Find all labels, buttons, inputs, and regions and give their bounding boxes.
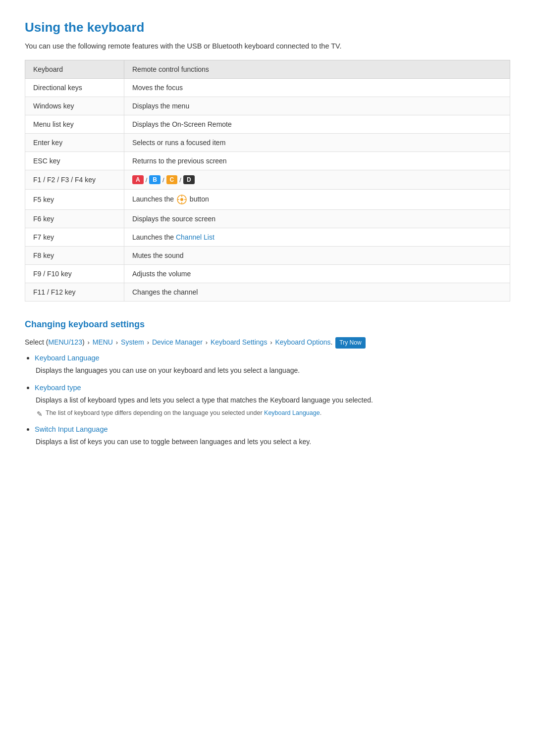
svg-point-1 [180,198,183,201]
table-cell-function: Displays the source screen [124,210,510,228]
table-cell-function: Displays the On-Screen Remote [124,115,510,134]
table-cell-key: Menu list key [25,115,124,134]
bullet-item: Keyboard LanguageDisplays the languages … [35,353,510,376]
path-select-prefix: Select ( [25,338,48,346]
note-link[interactable]: Keyboard Language [264,409,320,416]
table-cell-function: Selects or runs a focused item [124,134,510,152]
table-cell-key: Directional keys [25,79,124,97]
path-close-paren: ) [82,338,87,346]
badge-a: A [132,175,144,184]
badge-c: C [166,175,178,184]
table-row: F11 / F12 keyChanges the channel [25,283,510,302]
bullet-desc: Displays a list of keyboard types and le… [36,395,510,405]
menu-ref-link[interactable]: MENU/123 [48,338,82,346]
table-cell-key: F9 / F10 key [25,265,124,283]
bullets-list: Keyboard LanguageDisplays the languages … [35,353,510,447]
intro-text: You can use the following remote feature… [25,42,510,50]
bullet-item: Keyboard typeDisplays a list of keyboard… [35,383,510,418]
channel-list-link[interactable]: Channel List [176,233,214,241]
table-cell-key: F8 key [25,247,124,265]
smart-hub-icon [177,195,187,204]
table-cell-key: ESC key [25,152,124,170]
bullet-item: Switch Input LanguageDisplays a list of … [35,425,510,447]
note-line: ✎The list of keyboard type differs depen… [37,409,510,418]
f5-button-label: button [188,195,209,203]
table-row: Directional keysMoves the focus [25,79,510,97]
table-cell-function: Returns to the previous screen [124,152,510,170]
table-cell-function: Mutes the sound [124,247,510,265]
sep3: / [179,176,181,184]
table-row: F5 keyLaunches the button [25,190,510,210]
path-keyboard-settings[interactable]: Keyboard Settings [211,338,269,346]
path-period: . [331,338,335,346]
sep1: / [146,176,148,184]
table-row: F1 / F2 / F3 / F4 key A / B / C / D [25,170,510,190]
table-cell-key: F1 / F2 / F3 / F4 key [25,170,124,190]
bullet-title: Keyboard type [35,384,510,392]
keyboard-table: Keyboard Remote control functions Direct… [25,60,510,302]
table-cell-key: F6 key [25,210,124,228]
table-cell-key: F11 / F12 key [25,283,124,302]
bullet-desc: Displays a list of keys you can use to t… [36,436,510,447]
table-row: Enter keySelects or runs a focused item [25,134,510,152]
chevron1: › [88,339,90,346]
note-text: The list of keyboard type differs depend… [46,409,321,416]
table-row: F6 keyDisplays the source screen [25,210,510,228]
path-line: Select (MENU/123) › MENU › System › Devi… [25,337,510,349]
table-cell-function: A / B / C / D [124,170,510,190]
page-title: Using the keyboard [25,20,510,35]
table-cell-function: Changes the channel [124,283,510,302]
try-now-badge[interactable]: Try Now [335,337,365,349]
bullet-desc: Displays the languages you can use on yo… [36,365,510,376]
table-col1-header: Keyboard [25,60,124,79]
note-icon: ✎ [37,410,43,418]
section2-title: Changing keyboard settings [25,319,510,330]
f5-text: Launches the [132,195,176,203]
table-row: F9 / F10 keyAdjusts the volume [25,265,510,283]
path-menu[interactable]: MENU [93,338,115,346]
table-cell-function: Adjusts the volume [124,265,510,283]
table-row: Menu list keyDisplays the On-Screen Remo… [25,115,510,134]
badge-b: B [149,175,160,184]
bullet-title: Switch Input Language [35,425,510,433]
chevron4: › [206,339,208,346]
sep2: / [162,176,164,184]
table-cell-function: Launches the Channel List [124,228,510,247]
chevron2: › [116,339,118,346]
table-col2-header: Remote control functions [124,60,510,79]
table-row: F7 keyLaunches the Channel List [25,228,510,247]
abcd-badges: A / B / C / D [132,175,195,184]
table-cell-key: Windows key [25,97,124,115]
table-cell-function: Launches the button [124,190,510,210]
table-row: ESC keyReturns to the previous screen [25,152,510,170]
table-row: Windows keyDisplays the menu [25,97,510,115]
table-cell-key: F5 key [25,190,124,210]
f7-text-prefix: Launches the [132,233,176,241]
table-cell-key: F7 key [25,228,124,247]
path-keyboard-options[interactable]: Keyboard Options [275,338,331,346]
badge-d: D [183,175,195,184]
chevron5: › [270,339,272,346]
chevron3: › [147,339,149,346]
table-cell-key: Enter key [25,134,124,152]
path-device-manager[interactable]: Device Manager [152,338,205,346]
bullet-title: Keyboard Language [35,354,510,362]
table-cell-function: Moves the focus [124,79,510,97]
table-row: F8 keyMutes the sound [25,247,510,265]
table-cell-function: Displays the menu [124,97,510,115]
path-system[interactable]: System [121,338,146,346]
